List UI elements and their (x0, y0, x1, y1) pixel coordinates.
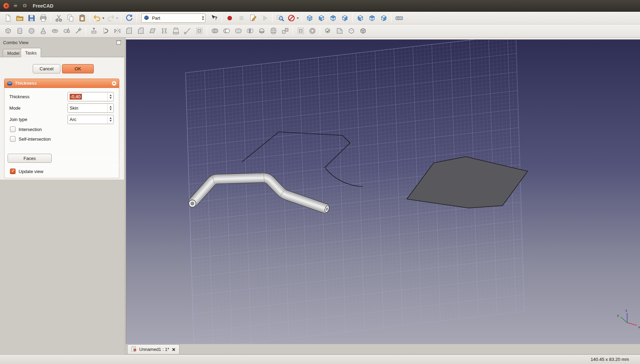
part-offset-button[interactable] (194, 26, 205, 36)
freecad-window: × FreeCAD Part? Combo View Model Tasks C… (0, 0, 640, 364)
part-cylinder-button[interactable] (14, 26, 25, 36)
refresh-button[interactable] (123, 13, 134, 23)
part-cut-button[interactable] (221, 26, 232, 36)
view-bottom-icon (368, 14, 376, 22)
part-shape-builder-button[interactable] (73, 26, 84, 36)
paste-button[interactable] (77, 13, 88, 23)
intersection-checkbox[interactable] (10, 127, 16, 132)
part-box-button[interactable] (2, 26, 13, 36)
part-primitives-icon (62, 27, 71, 35)
part-thickness-button[interactable] (307, 26, 318, 36)
part-cut-icon (222, 27, 231, 35)
self-intersection-checkbox[interactable] (10, 136, 16, 142)
part-extrude-button[interactable] (88, 26, 99, 36)
part-chamfer-button[interactable] (135, 26, 146, 36)
print-button[interactable] (38, 13, 49, 23)
part-convert-to-solid-button[interactable] (357, 26, 368, 36)
3d-viewport[interactable]: z y x (126, 39, 640, 344)
update-view-checkbox[interactable] (10, 169, 16, 174)
part-mirror-button[interactable] (112, 26, 123, 36)
view-rear-button[interactable] (355, 13, 366, 23)
undo-dropdown-arrow[interactable] (102, 18, 104, 20)
thickness-spin-buttons[interactable] (108, 92, 113, 101)
part-box-icon (4, 27, 12, 35)
part-refine-shape-button[interactable] (346, 26, 357, 36)
view-bottom-button[interactable] (366, 13, 377, 23)
measure-distance-button[interactable] (394, 13, 405, 23)
macro-edit-button[interactable] (247, 13, 258, 23)
part-sphere-button[interactable] (26, 26, 37, 36)
part-check-geometry-button[interactable] (322, 26, 333, 36)
thickness-input[interactable]: -0,40 (68, 92, 114, 101)
join-type-select-arrows[interactable] (108, 115, 113, 124)
redo-dropdown-arrow[interactable] (116, 18, 118, 20)
window-close-button[interactable]: × (3, 3, 9, 9)
part-revolve-button[interactable] (100, 26, 111, 36)
window-maximize-button[interactable] (22, 3, 28, 9)
part-thickness-icon (308, 27, 317, 35)
update-divider (4, 165, 120, 165)
box-zoom-button[interactable] (275, 13, 286, 23)
open-document-button[interactable] (14, 13, 25, 23)
new-document-icon (4, 14, 12, 22)
clipping-plane-icon (287, 14, 296, 22)
part-section-button[interactable] (256, 26, 267, 36)
part-cylinder-icon (16, 27, 24, 35)
new-document-button[interactable] (2, 13, 13, 23)
view-right-button[interactable] (339, 13, 350, 23)
part-ruled-surface-button[interactable] (159, 26, 170, 36)
save-document-button[interactable] (26, 13, 37, 23)
macro-stop-button[interactable] (236, 13, 247, 23)
whats-this-button[interactable]: ? (209, 13, 220, 23)
part-make-face-button[interactable] (147, 26, 158, 36)
ok-button[interactable]: OK (62, 64, 94, 73)
view-front-button[interactable] (316, 13, 327, 23)
view-axonometric-button[interactable] (304, 13, 315, 23)
join-type-select[interactable]: Arc (68, 115, 114, 124)
clipping-plane-button[interactable] (286, 13, 299, 23)
tab-close-icon[interactable] (172, 347, 176, 352)
part-cross-sections-button[interactable] (268, 26, 279, 36)
join-type-row: Join type Arc (4, 115, 119, 124)
part-sweep-button[interactable] (182, 26, 193, 36)
print-icon (39, 14, 48, 22)
self-intersection-row: Self-intersection (4, 136, 119, 142)
view-top-button[interactable] (327, 13, 338, 23)
part-fillet-button[interactable] (123, 26, 134, 36)
part-offset-3d-button[interactable] (295, 26, 306, 36)
view-left-button[interactable] (378, 13, 389, 23)
undo-button[interactable] (92, 13, 105, 23)
workbench-selector[interactable]: Part (141, 13, 205, 23)
collapse-section-icon[interactable] (111, 81, 117, 86)
measure-distance-icon (395, 14, 404, 22)
clipping-plane-dropdown-arrow[interactable] (297, 18, 299, 20)
redo-button[interactable] (106, 13, 119, 23)
part-primitives-button[interactable] (61, 26, 72, 36)
mode-select-arrows[interactable] (108, 104, 113, 112)
combo-view-title: Combo View (3, 40, 28, 45)
part-cone-button[interactable] (38, 26, 49, 36)
macro-record-button[interactable] (224, 13, 235, 23)
part-shape-builder-icon (74, 27, 83, 35)
tab-tasks[interactable]: Tasks (21, 48, 41, 57)
part-boolean-button[interactable] (209, 26, 220, 36)
faces-divider (56, 158, 118, 158)
mode-select[interactable]: Skin (68, 103, 114, 113)
faces-button[interactable]: Faces (8, 154, 52, 163)
part-compound-button[interactable] (280, 26, 291, 36)
combo-view-panel: Combo View Model Tasks Cancel OK Thickne… (0, 38, 124, 354)
part-loft-button[interactable] (170, 26, 181, 36)
dock-float-icon[interactable] (116, 40, 121, 44)
cancel-button[interactable]: Cancel (33, 64, 60, 73)
document-tab[interactable]: Unnamed1 : 1* (127, 344, 180, 354)
window-minimize-button[interactable] (12, 3, 19, 9)
part-torus-button[interactable] (49, 26, 60, 36)
thickness-section-header[interactable]: Thickness (4, 79, 119, 88)
part-extrude-icon (90, 27, 98, 35)
macro-play-button[interactable] (259, 13, 270, 23)
copy-button[interactable] (65, 13, 76, 23)
part-defeaturing-button[interactable] (334, 26, 345, 36)
cut-button[interactable] (53, 13, 64, 23)
part-intersection-button[interactable] (244, 26, 255, 36)
part-union-button[interactable] (233, 26, 244, 36)
